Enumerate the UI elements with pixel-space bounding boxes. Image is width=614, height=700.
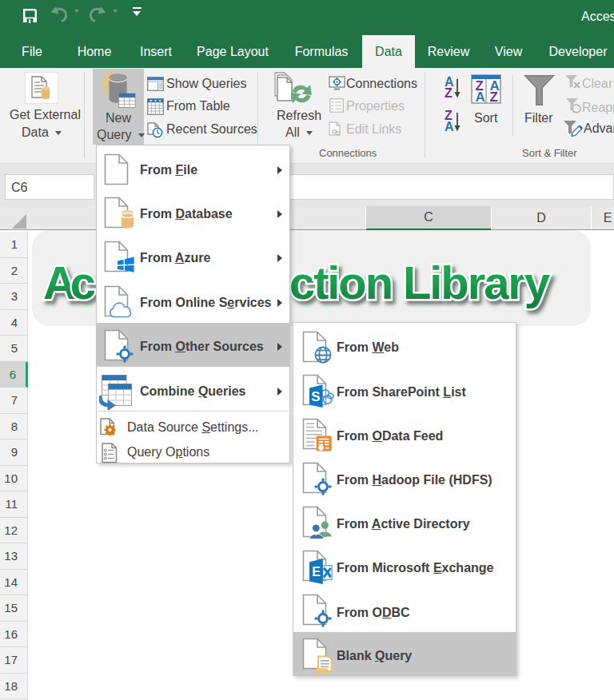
svg-text:E: E	[312, 565, 321, 579]
svg-text:Z: Z	[490, 89, 498, 104]
svg-text:ction Library: ction Library	[289, 257, 550, 308]
svg-text:A: A	[445, 120, 454, 133]
svg-text:Ac: Ac	[43, 257, 96, 308]
svg-text:Z: Z	[445, 86, 453, 99]
svg-text:S: S	[311, 389, 320, 404]
svg-text:A: A	[476, 89, 485, 104]
